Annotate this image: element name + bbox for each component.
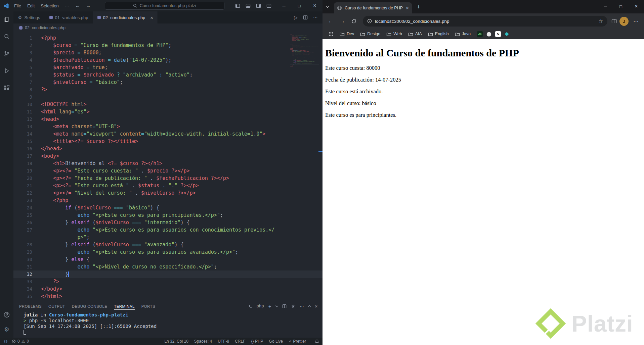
toggle-panel-icon[interactable] — [246, 3, 251, 8]
editor-tab[interactable]: 02_condicionales.php× — [93, 11, 158, 23]
menu-item-selection[interactable]: Selection — [38, 3, 61, 8]
code-line[interactable]: 2 $curso = "Curso de fundamentos de PHP"… — [13, 42, 323, 49]
bookmark-folder-dev[interactable]: Dev — [337, 31, 357, 38]
maximize-button[interactable]: □ — [292, 0, 307, 11]
bookmark-github-icon[interactable] — [486, 31, 492, 37]
bookmark-folder-design[interactable]: Design — [357, 31, 383, 38]
extensions-icon[interactable] — [3, 84, 11, 92]
panel-tab-ports[interactable]: PORTS — [141, 302, 155, 310]
terminal-profile-label[interactable]: php — [257, 304, 264, 308]
bookmark-folder-web[interactable]: Web — [383, 31, 405, 38]
bookmark-folder-aia[interactable]: AIA — [405, 31, 425, 38]
run-file-icon[interactable]: ▷ — [294, 15, 298, 20]
editor-tab[interactable]: 01_variables.php — [45, 11, 93, 23]
history-forward-icon[interactable]: → — [83, 3, 94, 8]
browser-tab[interactable]: Curso de fundamentos de PHP × — [334, 2, 412, 13]
code-line[interactable]: 21 <p><?= "Este curso está " . $status .… — [13, 182, 323, 189]
menu-item-file[interactable]: File — [11, 3, 24, 8]
code-line[interactable]: 30 } else { — [13, 256, 323, 263]
remote-indicator-icon[interactable] — [3, 339, 8, 344]
panel-tab-output[interactable]: OUTPUT — [48, 302, 65, 310]
bookmark-folder-java[interactable]: Java — [452, 31, 474, 38]
split-terminal-icon[interactable] — [282, 304, 287, 308]
close-button[interactable]: × — [307, 0, 323, 11]
kill-terminal-icon[interactable] — [291, 304, 295, 308]
bookmark-star-icon[interactable]: ☆ — [599, 18, 603, 24]
editor-tab[interactable]: ⚙Settings — [13, 11, 45, 23]
notifications-bell-icon[interactable] — [315, 339, 319, 344]
forward-button[interactable]: → — [337, 16, 347, 26]
code-line[interactable]: 1<?php — [13, 34, 323, 42]
code-line[interactable]: 32 } — [13, 270, 323, 278]
toggle-secondary-sidebar-icon[interactable] — [256, 3, 261, 8]
close-tab-icon[interactable]: × — [150, 15, 153, 20]
breadcrumb[interactable]: 02_condicionales.php — [13, 23, 323, 32]
search-sidebar-icon[interactable] — [3, 33, 11, 41]
minimize-button[interactable]: ─ — [276, 0, 292, 11]
code-line[interactable]: 22 <p><?= "Nivel del curso: " . $nivelCu… — [13, 189, 323, 197]
code-line[interactable]: 13 <meta charset="UTF-8"> — [13, 123, 323, 130]
code-line[interactable]: 4 $fechaPublicacion = date("14-07-2025")… — [13, 56, 323, 64]
code-line[interactable]: 11<html lang="es"> — [13, 108, 323, 115]
minimize-button[interactable]: ─ — [598, 0, 613, 13]
run-debug-icon[interactable] — [3, 67, 11, 75]
code-line[interactable]: 12<head> — [13, 115, 323, 123]
close-button[interactable]: × — [629, 0, 644, 13]
refresh-button[interactable] — [349, 16, 359, 26]
more-actions-icon[interactable]: ⋯ — [313, 15, 318, 20]
code-line[interactable]: 15 <title><?= $curso ?></title> — [13, 138, 323, 145]
apps-grid-icon[interactable] — [326, 29, 336, 39]
code-line[interactable]: 26 } elseif ($nivelCurso === "intermedio… — [13, 219, 323, 226]
code-line[interactable]: 34</body> — [13, 285, 323, 293]
bookmark-notion[interactable]: N — [495, 31, 501, 37]
code-line[interactable]: 27 echo "<p>Este curso es para usuarios … — [13, 226, 323, 234]
status-item[interactable]: Go Live — [269, 339, 283, 344]
customize-layout-icon[interactable] — [266, 3, 271, 8]
maximize-panel-icon[interactable] — [308, 305, 311, 308]
panel-tab-problems[interactable]: PROBLEMS — [19, 302, 42, 310]
code-line[interactable]: 6 $status = $archivado ? "archivado" : "… — [13, 71, 323, 79]
panel-tab-debug-console[interactable]: DEBUG CONSOLE — [72, 302, 108, 310]
status-item[interactable]: CRLF — [235, 339, 245, 344]
menu-item-edit[interactable]: Edit — [24, 3, 38, 8]
explorer-icon[interactable] — [3, 15, 11, 23]
code-line[interactable]: 35</html> — [13, 293, 323, 300]
code-line[interactable]: 29 echo "<p>Este curso es para usuarios … — [13, 248, 323, 256]
close-panel-icon[interactable]: × — [315, 303, 318, 309]
code-line[interactable]: 5 $archivado = true; — [13, 64, 323, 71]
code-editor[interactable]: 1<?php2 $curso = "Curso de fundamentos d… — [13, 32, 323, 301]
code-line[interactable]: 16</head> — [13, 145, 323, 152]
site-info-icon[interactable] — [367, 19, 372, 23]
code-line[interactable]: 19 <p><?= "Este curso cuesta: " . $preci… — [13, 167, 323, 175]
status-item[interactable]: UTF-8 — [218, 339, 229, 344]
code-line[interactable]: 25 echo "<p>Este curso es para principia… — [13, 211, 323, 219]
back-button[interactable]: ← — [326, 16, 336, 26]
split-editor-icon[interactable] — [303, 15, 308, 20]
split-screen-icon[interactable] — [611, 18, 617, 24]
source-control-icon[interactable] — [3, 50, 11, 58]
code-line[interactable]: 20 <p><?= "Fecha de publicación: " . $fe… — [13, 175, 323, 182]
code-line[interactable]: 24 if ($nivelCurso === "básico") { — [13, 204, 323, 211]
status-item[interactable]: {} PHP — [251, 339, 263, 344]
panel-tab-terminal[interactable]: TERMINAL — [114, 302, 134, 310]
menu-item-⋯[interactable]: ⋯ — [62, 3, 72, 8]
code-line[interactable]: 10<!DOCTYPE html> — [13, 101, 323, 108]
browser-menu-icon[interactable]: ⋯ — [631, 18, 641, 24]
bookmark-gem-icon[interactable] — [504, 32, 509, 37]
toggle-sidebar-icon[interactable] — [235, 3, 240, 8]
terminal-output[interactable]: julia in Curso-fundamentos-php-platzi> p… — [13, 311, 323, 338]
code-line[interactable]: 31 echo "<p>Nivel de curso no especifica… — [13, 263, 323, 270]
settings-gear-icon[interactable]: ⚙ — [3, 326, 11, 334]
tab-actions-menu-icon[interactable] — [323, 0, 333, 13]
command-center-search[interactable]: Curso-fundamentos-php-platzi — [105, 2, 224, 10]
profile-avatar[interactable]: J — [619, 17, 629, 26]
close-tab-icon[interactable]: × — [406, 5, 409, 11]
code-line[interactable]: 17<body> — [13, 152, 323, 160]
status-item[interactable]: Ln 32, Col 10 — [164, 339, 188, 344]
maximize-button[interactable]: □ — [613, 0, 629, 13]
code-line[interactable]: 9 — [13, 93, 323, 101]
bookmark-folder-english[interactable]: English — [425, 31, 452, 38]
code-line[interactable]: 3 $precio = 80000; — [13, 49, 323, 56]
address-bar[interactable]: localhost:3000/02_condicionales.php ☆ — [363, 16, 607, 27]
code-line[interactable]: 8?> — [13, 86, 323, 93]
